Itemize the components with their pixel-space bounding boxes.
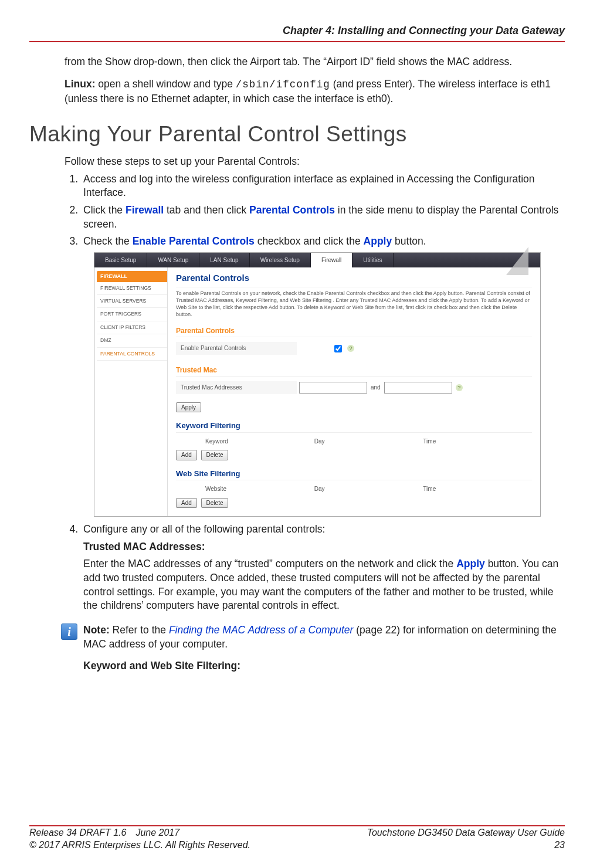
keyword-columns: Keyword Day Time	[176, 435, 532, 450]
sidebar-item-parental-controls[interactable]: PARENTAL CONTROLS	[97, 348, 167, 361]
linux-label: Linux:	[65, 78, 96, 90]
footer-page-number: 23	[554, 839, 565, 852]
lead-paragraph: Follow these steps to set up your Parent…	[65, 155, 562, 169]
tab-firewall[interactable]: Firewall	[311, 253, 352, 268]
firewall-link[interactable]: Firewall	[126, 204, 164, 216]
section-heading: Making Your Parental Control Settings	[29, 120, 565, 149]
linux-command: /sbin/ifconfig	[236, 79, 330, 90]
step-3: Check the Enable Parental Controls check…	[81, 235, 562, 517]
mock-description: To enable Parental Controls on your netw…	[176, 290, 532, 318]
website-delete-button[interactable]: Delete	[201, 498, 229, 508]
enable-parental-controls-checkbox[interactable]	[334, 345, 342, 352]
finding-mac-link[interactable]: Finding the MAC Address of a Computer	[169, 624, 354, 636]
mock-title: Parental Controls	[176, 272, 532, 287]
apply-button[interactable]: Apply	[176, 402, 201, 413]
mock-main: Parental Controls To enable Parental Con…	[168, 267, 540, 516]
help-icon[interactable]: ?	[456, 384, 463, 391]
trusted-mac-paragraph: Enter the MAC addresses of any “trusted”…	[83, 557, 562, 613]
tab-wireless-setup[interactable]: Wireless Setup	[250, 253, 311, 268]
draft-corner-overlay	[506, 247, 528, 275]
tab-wan-setup[interactable]: WAN Setup	[147, 253, 199, 268]
sidebar-item-port-triggers[interactable]: PORT TRIGGERS	[97, 308, 167, 321]
keyword-delete-button[interactable]: Delete	[201, 450, 229, 460]
footer-copyright: © 2017 ARRIS Enterprises LLC. All Rights…	[29, 839, 250, 852]
sidebar-item-dmz[interactable]: DMZ	[97, 334, 167, 347]
step-4: Configure any or all of the following pa…	[81, 523, 562, 673]
mock-tabbar: Basic Setup WAN Setup LAN Setup Wireless…	[94, 253, 540, 268]
keyword-add-button[interactable]: Add	[176, 450, 197, 460]
steps-list: Access and log into the wireless configu…	[65, 172, 562, 673]
sidebar-item-client-ip-filters[interactable]: CLIENT IP FILTERS	[97, 321, 167, 334]
enable-parental-controls-link[interactable]: Enable Parental Controls	[133, 235, 255, 247]
trusted-mac-input-1[interactable]	[299, 382, 367, 394]
mock-section-website-filtering: Web Site Filtering	[176, 469, 532, 481]
page-footer: Release 34 DRAFT 1.6 June 2017 Touchston…	[29, 825, 565, 852]
step-1: Access and log into the wireless configu…	[81, 172, 562, 200]
apply-link-2[interactable]: Apply	[456, 558, 485, 569]
footer-doc-title: Touchstone DG3450 Data Gateway User Guid…	[367, 826, 565, 839]
sidebar-item-virtual-servers[interactable]: VIRTUAL SERVERS	[97, 295, 167, 308]
note-block: i Note: Refer to the Finding the MAC Add…	[83, 623, 562, 651]
sidebar-header: FIREWALL	[97, 271, 167, 282]
apply-link[interactable]: Apply	[364, 235, 392, 247]
footer-release: Release 34 DRAFT 1.6 June 2017	[29, 826, 179, 839]
mac-paragraph: from the Show drop-down, then click the …	[65, 55, 562, 69]
parental-controls-link[interactable]: Parental Controls	[249, 204, 335, 216]
tab-utilities[interactable]: Utilities	[352, 253, 393, 268]
row-enable-label: Enable Parental Controls	[176, 342, 297, 355]
linux-text-1: open a shell window and type	[96, 78, 236, 90]
tab-lan-setup[interactable]: LAN Setup	[199, 253, 249, 268]
website-columns: Website Day Time	[176, 483, 532, 498]
help-icon[interactable]: ?	[347, 345, 354, 352]
note-label: Note:	[83, 624, 110, 636]
header-rule	[29, 41, 565, 42]
config-screenshot: Basic Setup WAN Setup LAN Setup Wireless…	[94, 252, 541, 517]
linux-paragraph: Linux: open a shell window and type /sbi…	[65, 77, 562, 106]
trusted-mac-input-2[interactable]	[384, 382, 452, 394]
mock-section-keyword-filtering: Keyword Filtering	[176, 421, 532, 433]
tab-basic-setup[interactable]: Basic Setup	[94, 253, 147, 268]
mock-sidebar: FIREWALL FIREWALL SETTINGS VIRTUAL SERVE…	[94, 267, 168, 516]
mock-section-parental-controls: Parental Controls	[176, 326, 532, 337]
info-icon: i	[61, 623, 77, 640]
website-add-button[interactable]: Add	[176, 498, 197, 508]
step-2: Click the Firewall tab and then click Pa…	[81, 204, 562, 231]
chapter-header: Chapter 4: Installing and Connecting you…	[29, 23, 565, 41]
keyword-website-heading: Keyword and Web Site Filtering:	[83, 659, 562, 673]
mock-section-trusted-mac: Trusted Mac	[176, 365, 532, 377]
sidebar-item-firewall-settings[interactable]: FIREWALL SETTINGS	[97, 282, 167, 295]
row-trusted-mac-label: Trusted Mac Addresses	[176, 381, 297, 394]
and-label: and	[367, 384, 384, 392]
trusted-mac-heading: Trusted MAC Addresses:	[83, 540, 562, 554]
